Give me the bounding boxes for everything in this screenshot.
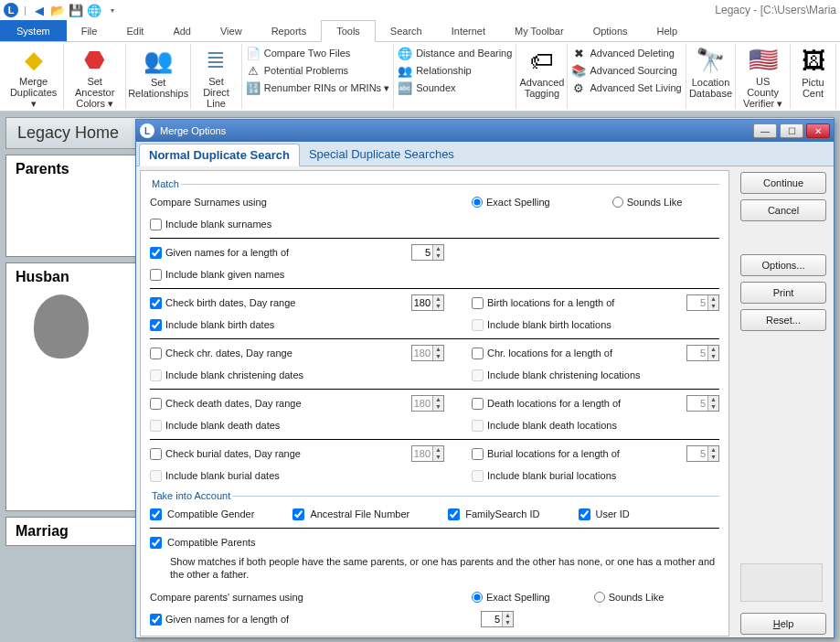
merge-options-dialog: L Merge Options — ☐ ✕ Normal Duplicate S… <box>135 119 835 638</box>
menu-options[interactable]: Options <box>579 20 643 41</box>
dialog-tabs: Normal Duplicate Search Special Duplicat… <box>136 142 834 166</box>
ribbon-set-ancestor-colors[interactable]: ⬣Set AncestorColors ▾ <box>64 44 126 109</box>
death-day-range-input[interactable]: ▲▼ <box>411 395 444 412</box>
include-blank-death-checkbox <box>150 420 162 432</box>
dialog-titlebar[interactable]: L Merge Options — ☐ ✕ <box>136 120 834 142</box>
ribbon-location-database[interactable]: 🔭LocationDatabase <box>686 44 736 109</box>
check-birth-dates-checkbox[interactable] <box>150 297 162 309</box>
compatible-gender-checkbox[interactable] <box>150 508 162 520</box>
compare-surnames-label: Compare Surnames using <box>150 197 267 208</box>
match-fieldset: Match Compare Surnames using Exact Spell… <box>150 178 719 487</box>
take-into-account-fieldset: Take into Account Compatible Gender Ance… <box>150 490 719 630</box>
menu-mytoolbar[interactable]: My Toolbar <box>500 20 579 41</box>
birth-locations-checkbox[interactable] <box>472 297 484 309</box>
title-bar: L | ◀ 📂 💾 🌐 ▾ Legacy - [C:\Users\Maria <box>0 0 840 20</box>
app-logo-icon: L <box>4 3 18 17</box>
chr-day-range-input[interactable]: ▲▼ <box>411 345 444 361</box>
chr-loc-length-input[interactable]: ▲▼ <box>686 345 719 361</box>
ribbon-set-relationships[interactable]: 👥SetRelationships <box>126 44 191 109</box>
globe-icon[interactable]: 🌐 <box>87 3 101 17</box>
dialog-content: Match Compare Surnames using Exact Spell… <box>140 170 729 637</box>
tab-normal-duplicate[interactable]: Normal Duplicate Search <box>139 144 300 166</box>
fsid-checkbox[interactable] <box>448 508 460 520</box>
death-loc-length-input[interactable]: ▲▼ <box>686 395 719 412</box>
menu-help[interactable]: Help <box>643 20 693 41</box>
menu-bar: System File Edit Add View Reports Tools … <box>0 20 840 42</box>
parents-given-length-input[interactable]: ▲▼ <box>481 611 514 627</box>
include-blank-birth-loc-checkbox <box>472 319 484 331</box>
birth-day-range-input[interactable]: ▲▼ <box>411 294 444 311</box>
menu-file[interactable]: File <box>67 20 112 41</box>
qat-dropdown-icon[interactable]: ▾ <box>105 3 120 17</box>
window-title: Legacy - [C:\Users\Maria <box>715 4 836 16</box>
birth-loc-length-input[interactable]: ▲▼ <box>686 294 719 311</box>
include-blank-burial-loc-checkbox <box>472 470 484 482</box>
burial-day-range-input[interactable]: ▲▼ <box>411 445 444 462</box>
continue-button[interactable]: Continue <box>740 172 826 194</box>
given-names-length-input[interactable]: ▲▼ <box>411 244 444 261</box>
open-icon[interactable]: 📂 <box>50 3 65 17</box>
afn-checkbox[interactable] <box>292 508 304 520</box>
parents-exact-radio[interactable] <box>472 592 483 603</box>
ribbon-advanced-sourcing[interactable]: 📚Advanced Sourcing <box>571 63 681 78</box>
parents-sounds-radio[interactable] <box>594 592 605 603</box>
exact-spelling-radio[interactable] <box>472 197 483 208</box>
menu-tools[interactable]: Tools <box>321 20 376 42</box>
ribbon-advanced-tagging[interactable]: 🏷AdvancedTagging <box>516 44 568 109</box>
userid-checkbox[interactable] <box>579 508 590 520</box>
ribbon-relationship[interactable]: 👥Relationship <box>398 63 512 78</box>
maximize-button[interactable]: ☐ <box>780 123 803 138</box>
ribbon-advanced-deleting[interactable]: ✖Advanced Deleting <box>571 46 681 60</box>
include-blank-chr-loc-checkbox <box>472 369 484 381</box>
menu-view[interactable]: View <box>206 20 257 41</box>
reset-button[interactable]: Reset... <box>740 309 826 331</box>
compare-parents-surnames-label: Compare parents' surnames using <box>150 592 303 603</box>
ribbon-distance-bearing[interactable]: 🌐Distance and Bearing <box>398 46 512 60</box>
dialog-icon: L <box>140 123 154 138</box>
chr-locations-checkbox[interactable] <box>472 348 484 359</box>
include-blank-surnames-checkbox[interactable] <box>150 219 162 230</box>
sounds-like-radio[interactable] <box>612 197 623 208</box>
compatible-parents-checkbox[interactable] <box>150 537 162 549</box>
include-blank-birth-checkbox[interactable] <box>150 319 162 331</box>
burial-locations-checkbox[interactable] <box>472 448 484 460</box>
tab-special-duplicate[interactable]: Special Duplicate Searches <box>300 144 463 166</box>
menu-edit[interactable]: Edit <box>112 20 158 41</box>
include-blank-given-checkbox[interactable] <box>150 269 162 281</box>
ribbon-soundex[interactable]: 🔤Soundex <box>398 80 512 95</box>
ribbon-set-direct-line[interactable]: ≣Set DirectLine <box>191 44 242 109</box>
ribbon-potential-problems[interactable]: ⚠Potential Problems <box>246 63 389 78</box>
menu-add[interactable]: Add <box>158 20 206 41</box>
menu-internet[interactable]: Internet <box>437 20 500 41</box>
check-death-dates-checkbox[interactable] <box>150 398 162 410</box>
minimize-button[interactable]: — <box>753 123 777 138</box>
parents-given-names-checkbox[interactable] <box>150 614 162 626</box>
close-button[interactable]: ✕ <box>806 123 830 138</box>
burial-loc-length-input[interactable]: ▲▼ <box>686 445 719 462</box>
ribbon-renumber[interactable]: 🔢Renumber RINs or MRINs ▾ <box>246 80 389 95</box>
check-burial-dates-checkbox[interactable] <box>150 448 162 460</box>
compatible-parents-note: Show matches if both people have the sam… <box>170 555 719 581</box>
ribbon-merge-duplicates[interactable]: ◆MergeDuplicates ▾ <box>4 44 64 109</box>
given-names-checkbox[interactable] <box>150 247 162 259</box>
include-blank-burial-checkbox <box>150 470 162 482</box>
help-button[interactable]: Help <box>740 613 826 635</box>
ribbon-picture-center[interactable]: 🖼PictuCent <box>791 44 836 109</box>
include-blank-chr-checkbox <box>150 369 162 381</box>
ribbon-advanced-set-living[interactable]: ⚙Advanced Set Living <box>571 80 681 95</box>
menu-reports[interactable]: Reports <box>257 20 322 41</box>
ribbon-compare-two-files[interactable]: 📄Compare Two Files <box>246 46 389 60</box>
menu-system[interactable]: System <box>0 20 67 41</box>
back-icon[interactable]: ◀ <box>32 3 47 17</box>
check-chr-dates-checkbox[interactable] <box>150 348 162 359</box>
print-button[interactable]: Print <box>740 282 826 304</box>
options-button[interactable]: Options... <box>740 254 826 276</box>
cancel-button[interactable]: Cancel <box>740 199 826 221</box>
menu-search[interactable]: Search <box>376 20 437 41</box>
person-silhouette-icon <box>34 294 89 358</box>
ribbon: ◆MergeDuplicates ▾ ⬣Set AncestorColors ▾… <box>0 42 840 112</box>
include-blank-death-loc-checkbox <box>472 420 484 432</box>
ribbon-us-county-verifier[interactable]: 🇺🇸US CountyVerifier ▾ <box>736 44 791 109</box>
save-icon[interactable]: 💾 <box>69 3 83 17</box>
death-locations-checkbox[interactable] <box>472 398 484 410</box>
